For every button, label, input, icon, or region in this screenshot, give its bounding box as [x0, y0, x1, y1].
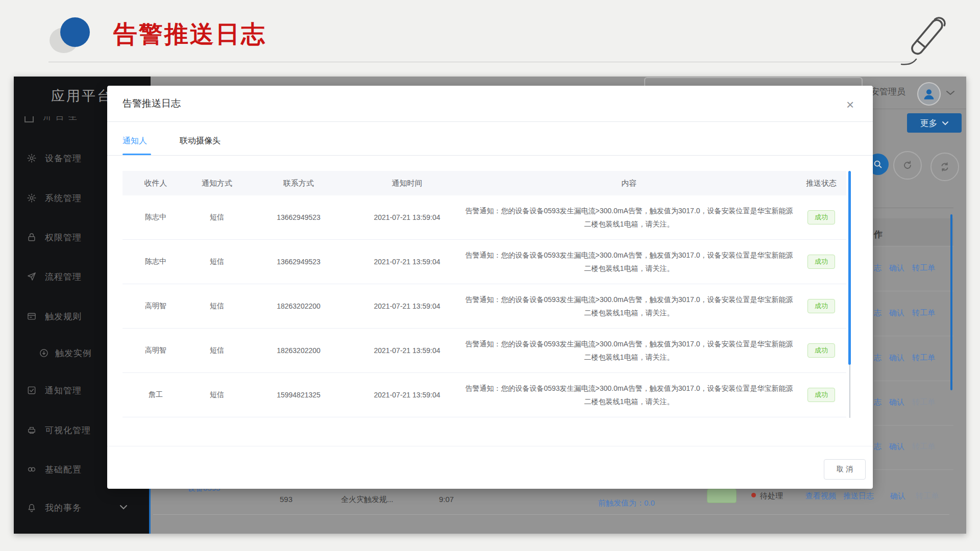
avatar[interactable]: [917, 82, 941, 106]
refresh-icon: [902, 160, 913, 171]
table-row: 高明智 短信 18263202200 2021-07-21 13:59:04 告…: [122, 284, 846, 329]
sync-button[interactable]: [930, 153, 959, 181]
cancel-button[interactable]: 取 消: [824, 459, 866, 480]
content: 告警通知：您的设备设备0593发生漏电流>300.0mA告警，触发值为3017.…: [462, 382, 796, 408]
sidebar-scrollbar[interactable]: [149, 489, 151, 534]
person-icon: [921, 86, 937, 102]
download-circle-icon: [39, 348, 49, 358]
confirm-link[interactable]: 确认: [889, 397, 904, 410]
sidebar-item-label: 权限管理: [45, 232, 82, 243]
col-content: 内容: [462, 179, 796, 188]
level-badge: [707, 489, 737, 503]
log-link-tail[interactable]: 志: [874, 397, 881, 410]
chevron-down-icon[interactable]: [119, 504, 128, 510]
time: 2021-07-21 13:59:04: [352, 213, 462, 221]
confirm-link[interactable]: 确认: [889, 263, 904, 276]
contact: 18263202200: [245, 346, 352, 355]
gear-icon: [27, 153, 37, 163]
header-divider: [48, 62, 912, 62]
time: 2021-07-21 13:59:04: [352, 258, 462, 266]
sidebar-item-system-mgmt[interactable]: 系统管理: [27, 190, 82, 206]
method: 短信: [189, 213, 245, 222]
col-recipient: 收件人: [122, 179, 189, 188]
refresh-button[interactable]: [893, 151, 922, 180]
sidebar-item-trigger-instance[interactable]: 触发实例: [39, 345, 92, 361]
close-icon[interactable]: ×: [846, 98, 854, 111]
content: 告警通知：您的设备设备0593发生漏电流>300.0mA告警，触发值为3017.…: [462, 248, 796, 275]
row-divider: [153, 514, 949, 515]
recipient: 陈志中: [122, 213, 189, 222]
status-badge: 成功: [807, 388, 835, 402]
table-row: 高明智 短信 18263202200 2021-07-21 13:59:04 告…: [122, 329, 846, 373]
sidebar-item-process-mgmt[interactable]: 流程管理: [27, 269, 82, 284]
user-name: 安管理员: [871, 86, 905, 97]
dialog-header-divider: [107, 121, 873, 122]
table-scrollbar-track: [849, 365, 850, 418]
status-text: 待处理: [760, 491, 783, 501]
printer-icon: [27, 425, 37, 435]
confirm-link[interactable]: 确认: [889, 442, 904, 454]
ticket-link[interactable]: 转工单: [912, 263, 935, 276]
chevron-down-icon: [942, 121, 949, 126]
confirm-link[interactable]: 确认: [889, 308, 904, 320]
log-link-tail[interactable]: 志: [874, 353, 881, 365]
sidebar-app-title: 应用平台: [51, 87, 112, 105]
bg-page-scrollbar[interactable]: [950, 214, 952, 390]
table-row: 陈志中 短信 13662949523 2021-07-21 13:59:04 告…: [122, 195, 846, 240]
method: 短信: [189, 346, 245, 355]
sidebar-item-my-tasks[interactable]: 我的事务: [27, 500, 82, 515]
table-scrollbar-thumb[interactable]: [848, 171, 851, 365]
tab-linked-camera[interactable]: 联动摄像头: [180, 136, 220, 146]
alert-push-log-dialog: 告警推送日志 × 通知人 联动摄像头 收件人 通知方式 联系方式 通知时间 内容…: [107, 86, 873, 489]
push-log-table: 收件人 通知方式 联系方式 通知时间 内容 推送状态 陈志中 短信 136629…: [122, 171, 846, 417]
sidebar-item-permission-mgmt[interactable]: 权限管理: [27, 230, 82, 245]
sidebar-item-device-mgmt[interactable]: 设备管理: [27, 151, 82, 166]
ticket-link[interactable]: 转工单: [912, 397, 935, 410]
log-link-tail[interactable]: 志: [874, 442, 881, 454]
content: 告警通知：您的设备设备0593发生漏电流>300.0mA告警，触发值为3017.…: [462, 204, 796, 231]
sidebar-item-visualization-mgmt[interactable]: 可视化管理: [27, 422, 91, 438]
content: 告警通知：您的设备设备0593发生漏电流>300.0mA告警，触发值为3017.…: [462, 293, 796, 319]
sidebar-item-label: 触发实例: [55, 347, 92, 359]
recipient: 陈志中: [122, 257, 189, 266]
table-row: 志 确认 转工单: [874, 353, 953, 365]
content: 告警通知：您的设备设备0593发生漏电流>300.0mA告警，触发值为3017.…: [462, 337, 796, 364]
status-badge: 成功: [807, 299, 835, 313]
log-link-tail[interactable]: 志: [874, 308, 881, 320]
card-icon: [27, 311, 37, 321]
device-code: 593: [280, 495, 292, 504]
bell-icon: [27, 503, 37, 513]
sidebar-item-label: 流程管理: [45, 271, 82, 283]
col-status: 推送状态: [796, 179, 846, 188]
checkbox-icon: [27, 385, 37, 395]
table-row: 志 确认 转工单: [874, 263, 953, 276]
status-badge: 成功: [807, 343, 835, 358]
log-link-tail[interactable]: 志: [874, 263, 881, 276]
contact: 15994821325: [245, 391, 352, 399]
ticket-link[interactable]: 转工单: [916, 491, 939, 501]
col-contact: 联系方式: [245, 179, 352, 188]
more-button[interactable]: 更多: [907, 113, 962, 133]
view-video-link[interactable]: 查看视频: [805, 491, 836, 501]
ticket-link[interactable]: 转工单: [912, 442, 935, 454]
chevron-down-icon[interactable]: [945, 90, 955, 96]
confirm-link[interactable]: 确认: [889, 353, 904, 365]
sidebar-item-notification-mgmt[interactable]: 通知管理: [27, 383, 82, 398]
ticket-link[interactable]: 转工单: [912, 353, 935, 365]
status-badge: 成功: [807, 255, 835, 269]
col-method: 通知方式: [189, 179, 245, 188]
ticket-link[interactable]: 转工单: [912, 308, 935, 320]
confirm-link[interactable]: 确认: [890, 491, 905, 501]
push-log-link[interactable]: 推送日志: [843, 491, 874, 501]
sidebar-item-trigger-rules[interactable]: 触发规则: [27, 309, 82, 324]
sidebar-item-basic-config[interactable]: 基础配置: [27, 462, 82, 477]
contact: 13662949523: [245, 258, 352, 266]
table-header-row: 收件人 通知方式 联系方式 通知时间 内容 推送状态: [122, 171, 846, 195]
tab-notified-person[interactable]: 通知人: [122, 136, 147, 146]
trigger-time: 9:07: [439, 495, 454, 504]
col-time: 通知时间: [352, 179, 462, 188]
method: 短信: [189, 390, 245, 399]
sidebar-item-label: 触发规则: [45, 311, 82, 322]
sidebar-item-clipped[interactable]: 卅吕生: [24, 116, 81, 126]
recipient: 高明智: [122, 346, 189, 355]
